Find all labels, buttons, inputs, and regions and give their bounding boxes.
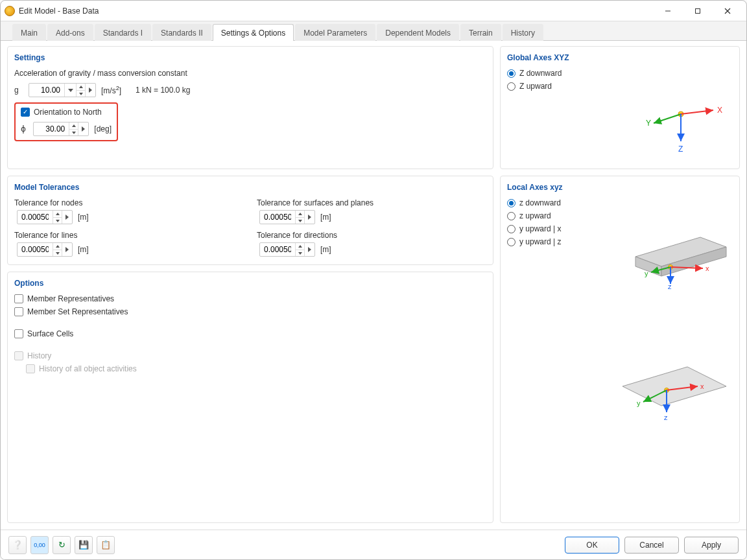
surfaces-tolerance-input[interactable] — [260, 213, 295, 222]
svg-marker-15 — [298, 252, 302, 255]
phi-unit: [deg] — [94, 124, 112, 134]
phi-input-group — [33, 122, 89, 136]
svg-text:z: z — [664, 414, 668, 421]
gravity-unit: [m/s2] — [101, 85, 121, 95]
phi-apply-icon[interactable] — [78, 122, 88, 135]
local-y-up-z-label: y upward | z — [519, 237, 561, 246]
gravity-dropdown[interactable] — [64, 84, 76, 97]
phi-input[interactable] — [34, 124, 69, 134]
svg-marker-4 — [79, 86, 83, 88]
titlebar: Edit Model - Base Data — [1, 1, 746, 21]
surfaces-tolerance-label: Tolerance for surfaces and planes — [257, 198, 486, 207]
svg-text:Z: Z — [678, 145, 683, 154]
member-set-reps-label: Member Set Representatives — [27, 307, 128, 316]
global-axes-preview: X Y Z — [507, 95, 733, 172]
window-title: Edit Model - Base Data — [19, 6, 99, 16]
local-axes-title: Local Axes xyz — [507, 183, 733, 192]
local-y-up-x-radio[interactable] — [507, 225, 516, 233]
tab-bar: MainAdd-onsStandards IStandards IISettin… — [1, 21, 746, 41]
dialog-footer: ❔ 0,00 ↻ 💾 📋 OK Cancel Apply — [1, 530, 746, 559]
copy-button[interactable]: 📋 — [97, 536, 115, 554]
svg-marker-14 — [298, 245, 302, 248]
svg-text:y: y — [645, 270, 648, 277]
member-reps-checkbox[interactable] — [14, 294, 23, 303]
svg-marker-7 — [72, 132, 76, 134]
conversion-note: 1 kN = 100.0 kg — [136, 86, 190, 95]
nodes-tolerance-apply-icon[interactable] — [62, 211, 72, 224]
orientation-checkbox[interactable] — [21, 108, 30, 117]
maximize-button[interactable] — [683, 1, 713, 21]
svg-marker-13 — [298, 220, 302, 222]
tab-dependent-models[interactable]: Dependent Models — [377, 24, 459, 41]
tab-standards-ii[interactable]: Standards II — [152, 24, 211, 41]
nodes-tolerance-unit: [m] — [78, 213, 89, 222]
ok-button[interactable]: OK — [565, 537, 619, 554]
svg-line-17 — [681, 110, 713, 114]
nodes-tolerance-label: Tolerance for nodes — [14, 198, 244, 207]
svg-text:x: x — [700, 382, 704, 390]
lines-tolerance-spinner[interactable] — [53, 243, 62, 256]
save-config-button[interactable]: 💾 — [75, 536, 93, 554]
nodes-tolerance-input[interactable] — [18, 213, 53, 222]
member-reps-label: Member Representatives — [27, 294, 114, 303]
tab-terrain[interactable]: Terrain — [460, 24, 501, 41]
app-icon — [5, 6, 15, 16]
phi-spinner[interactable] — [69, 122, 78, 135]
svg-text:Y: Y — [646, 119, 651, 128]
lines-tolerance-unit: [m] — [78, 245, 89, 254]
surfaces-tolerance-apply-icon[interactable] — [304, 211, 314, 224]
tab-main[interactable]: Main — [12, 24, 46, 41]
directions-tolerance-input[interactable] — [260, 245, 295, 254]
tab-model-parameters[interactable]: Model Parameters — [295, 24, 375, 41]
lines-tolerance-input-group — [17, 242, 73, 257]
surfaces-tolerance-unit: [m] — [320, 213, 331, 222]
z-upward-label: Z upward — [519, 82, 552, 91]
directions-tolerance-unit: [m] — [320, 245, 331, 254]
svg-marker-6 — [72, 124, 76, 127]
close-button[interactable] — [713, 1, 742, 21]
units-button[interactable]: 0,00 — [30, 536, 49, 554]
member-set-reps-checkbox[interactable] — [14, 307, 23, 316]
help-button[interactable]: ❔ — [8, 536, 27, 554]
history-label: History — [27, 351, 51, 360]
local-axes-panel: Local Axes xyz z downward z upward y upw… — [500, 176, 740, 523]
tab-history[interactable]: History — [503, 24, 543, 41]
z-upward-radio[interactable] — [507, 82, 516, 91]
z-downward-label: Z downward — [519, 69, 562, 78]
surfaces-tolerance-spinner[interactable] — [295, 211, 304, 224]
orientation-highlight: Orientation to North ɸ [deg] — [14, 102, 118, 141]
tab-settings-options[interactable]: Settings & Options — [213, 24, 294, 41]
nodes-tolerance-spinner[interactable] — [53, 211, 62, 224]
svg-text:y: y — [637, 399, 641, 407]
gravity-apply-icon[interactable] — [85, 84, 95, 97]
history-all-label: History of all object activities — [39, 364, 137, 373]
window: Edit Model - Base Data MainAdd-onsStanda… — [0, 0, 747, 560]
local-z-up-radio[interactable] — [507, 212, 516, 220]
local-z-down-label: z downward — [519, 198, 561, 207]
svg-marker-8 — [56, 213, 60, 215]
surface-cells-label: Surface Cells — [27, 329, 73, 338]
gravity-input[interactable] — [29, 86, 64, 95]
tab-add-ons[interactable]: Add-ons — [47, 24, 93, 41]
global-axes-panel: Global Axes XYZ Z downward Z upward — [500, 46, 740, 169]
lines-tolerance-input[interactable] — [18, 245, 53, 254]
directions-tolerance-apply-icon[interactable] — [304, 243, 314, 256]
svg-marker-12 — [298, 213, 302, 215]
minimize-button[interactable] — [653, 1, 683, 21]
local-y-up-z-radio[interactable] — [507, 238, 516, 246]
lines-tolerance-apply-icon[interactable] — [62, 243, 72, 256]
tab-standards-i[interactable]: Standards I — [95, 24, 151, 41]
z-downward-radio[interactable] — [507, 69, 516, 78]
apply-button[interactable]: Apply — [684, 537, 739, 554]
gravity-spinner[interactable] — [76, 84, 85, 97]
refresh-button[interactable]: ↻ — [53, 536, 71, 554]
gravity-symbol: g — [14, 86, 26, 95]
cancel-button[interactable]: Cancel — [624, 537, 679, 554]
directions-tolerance-spinner[interactable] — [295, 243, 304, 256]
svg-rect-1 — [696, 8, 700, 13]
gravity-label: Acceleration of gravity / mass conversio… — [14, 69, 486, 78]
local-z-down-radio[interactable] — [507, 199, 516, 207]
directions-tolerance-label: Tolerance for directions — [257, 231, 486, 240]
surface-cells-checkbox[interactable] — [14, 329, 23, 338]
gravity-input-group — [29, 83, 96, 97]
